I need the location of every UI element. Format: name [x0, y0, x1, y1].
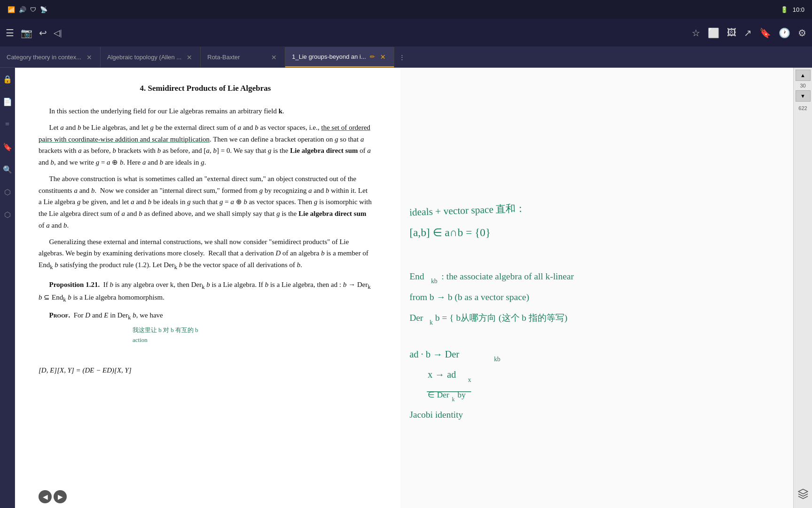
svg-text:from b → b  (b as a vector spa: from b → b (b as a vector space) [409, 292, 529, 302]
bookmark-icon[interactable]: 🔖 [759, 27, 771, 39]
proposition: Proposition 1.21. If b is any algebra ov… [39, 279, 372, 305]
status-bar-right: 🔋 10:0 [781, 6, 804, 13]
history-icon[interactable]: 🕐 [779, 27, 790, 39]
svg-text:k: k [452, 397, 455, 403]
toolbar: ☰ 📷 ↩ ◁| ☆ ⬜ 🖼 ↗ 🔖 🕐 ⚙ [0, 19, 812, 47]
tab-algebraic-topology[interactable]: Algebraic topology (Allen ... ✕ [101, 47, 201, 67]
paragraph-1: In this section the underlying field for… [39, 105, 372, 117]
bookmark-star-icon[interactable]: ☆ [692, 27, 700, 39]
paragraph-4: Generalizing these external and internal… [39, 236, 372, 272]
settings-icon[interactable]: ⚙ [798, 27, 806, 39]
svg-text:ad · b → Der: ad · b → Der [409, 349, 459, 359]
svg-text:kb: kb [494, 356, 500, 363]
tab-category-theory-close[interactable]: ✕ [85, 53, 94, 62]
doc-panel: 4. Semidirect Products of Lie Algebras I… [15, 68, 400, 508]
toolbar-left: ☰ 📷 ↩ ◁| [6, 27, 684, 39]
svg-text:: the associate algebra of all: : the associate algebra of all k-linear [441, 272, 574, 282]
page-number-bottom: 622 [798, 105, 807, 111]
vpn-icon: 🛡 [30, 6, 36, 13]
svg-text:Der: Der [409, 313, 423, 323]
underlined-text: the set of ordered pairs with coordinate… [39, 124, 370, 143]
svg-text:ideals + vector space 直和：: ideals + vector space 直和： [409, 203, 526, 218]
doc-content: 4. Semidirect Products of Lie Algebras I… [39, 82, 372, 376]
sidebar-page-icon[interactable]: 📄 [1, 95, 14, 108]
svg-text:x: x [468, 376, 471, 383]
svg-text:kb: kb [431, 278, 437, 285]
tab-lie-groups[interactable]: 1_Lie groups-beyond an i... ✏ ✕ [285, 47, 394, 67]
nav-next[interactable]: ▶ [54, 490, 67, 503]
layers-bottom-icon[interactable] [797, 488, 809, 501]
status-bar: 📶 🔊 🛡 📡 🔋 10:0 [0, 0, 812, 19]
scroll-up-button[interactable]: ▲ [796, 70, 811, 81]
toolbar-right: ☆ ⬜ 🖼 ↗ 🔖 🕐 ⚙ [692, 27, 806, 39]
sidebar-bookmark2-icon[interactable]: 🔖 [1, 140, 14, 153]
back-icon[interactable]: ◁| [54, 28, 62, 38]
menu-icon[interactable]: ☰ [6, 27, 14, 39]
svg-text:Jacobi identity: Jacobi identity [409, 410, 463, 420]
sidebar-search-icon[interactable]: 🔍 [1, 163, 14, 176]
sidebar-toc-icon[interactable]: ≡ [1, 118, 14, 131]
proof-label: Proof. [49, 311, 70, 319]
handwritten-notes-svg: ideals + vector space 直和： [a,b] ∈ a∩b = … [400, 68, 793, 508]
wifi-icon: 📶 [8, 6, 15, 13]
tab-more-icon[interactable]: ⋮ [394, 47, 410, 67]
sidebar-layers-icon[interactable]: ⬡ [1, 185, 14, 198]
status-bar-left: 📶 🔊 🛡 📡 [8, 6, 47, 13]
svg-text:[a,b] ∈ a∩b = {0}: [a,b] ∈ a∩b = {0} [409, 226, 491, 238]
time-display: 10:0 [793, 6, 804, 13]
nav-prev[interactable]: ◀ [39, 490, 52, 503]
tab-rota-baxter-close[interactable]: ✕ [270, 53, 278, 62]
svg-text:End: End [409, 272, 424, 282]
main-area: 🔒 📄 ≡ 🔖 🔍 ⬡ ⬡ 4. Semidirect Products of … [0, 68, 812, 508]
camera-icon[interactable]: 📷 [21, 27, 32, 39]
section-title: 4. Semidirect Products of Lie Algebras [39, 82, 372, 95]
paragraph-3: The above construction is what is someti… [39, 173, 372, 231]
scroll-down-button[interactable]: ▼ [796, 90, 811, 102]
sidebar-extra-icon[interactable]: ⬡ [1, 208, 14, 221]
right-controls: ▲ 30 ▼ 622 [793, 68, 812, 508]
tab-rota-baxter[interactable]: Rota-Baxter ✕ [201, 47, 285, 67]
tab-algebraic-topology-label: Algebraic topology (Allen ... [107, 54, 181, 61]
nav-arrows: ◀ ▶ [39, 490, 67, 503]
notes-panel: ideals + vector space 直和： [a,b] ∈ a∩b = … [400, 68, 793, 508]
tab-rota-baxter-label: Rota-Baxter [207, 54, 266, 61]
last-line: [D, E][X, Y] = (DE − ED)[X, Y] [39, 365, 372, 376]
battery-icon: 🔋 [781, 6, 788, 13]
left-sidebar: 🔒 📄 ≡ 🔖 🔍 ⬡ ⬡ [0, 68, 15, 508]
tab-lie-groups-label: 1_Lie groups-beyond an i... [292, 53, 366, 60]
undo-icon[interactable]: ↩ [39, 27, 47, 39]
sidebar-lock-icon[interactable]: 🔒 [1, 72, 14, 86]
tab-category-theory[interactable]: Category theory in contex... ✕ [0, 47, 101, 67]
tab-algebraic-topology-close[interactable]: ✕ [185, 53, 194, 62]
bt-icon: 🔊 [19, 6, 26, 13]
signal-icon: 📡 [40, 6, 47, 13]
page-number-top: 30 [800, 83, 805, 88]
cursor-icon[interactable]: ↗ [744, 27, 752, 39]
proof-text: Proof. For D and E in Derk b, we have [39, 310, 372, 323]
crop-icon[interactable]: ⬜ [708, 27, 719, 39]
tabs-bar: Category theory in contex... ✕ Algebraic… [0, 47, 812, 68]
svg-text:k: k [429, 319, 433, 326]
image-icon[interactable]: 🖼 [727, 27, 736, 38]
paragraph-2: Let a and b be Lie algebras, and let g b… [39, 122, 372, 168]
tab-category-theory-label: Category theory in contex... [7, 54, 81, 61]
tab-lie-groups-close[interactable]: ✕ [379, 53, 387, 61]
svg-text:x → ad: x → ad [428, 370, 456, 380]
svg-text:b = { b从哪方向  (这个 b 指的等写): b = { b从哪方向 (这个 b 指的等写) [435, 313, 568, 323]
tab-edit-icon[interactable]: ✏ [370, 53, 375, 60]
